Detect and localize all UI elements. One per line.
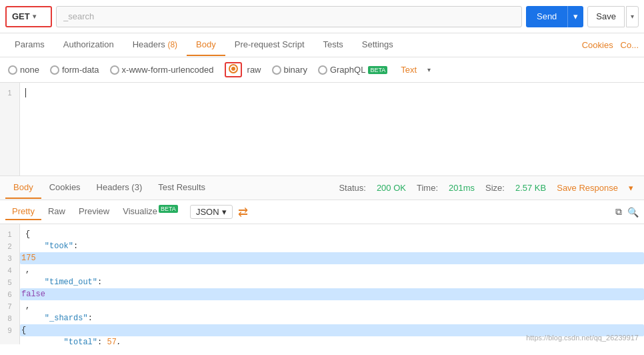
radio-form-data-icon (50, 65, 59, 75)
tab-authorization[interactable]: Authorization (54, 34, 123, 56)
resp-tab-body[interactable]: Body (5, 177, 41, 199)
format-tab-pretty[interactable]: Pretty (5, 204, 41, 220)
option-none[interactable]: none (8, 65, 39, 75)
response-body: 1 2 3 4 5 6 7 8 9 { "took": 175, "timed_… (0, 224, 644, 344)
response-tabs-left: Body Cookies Headers (3) Test Results (5, 177, 213, 199)
option-form-data[interactable]: form-data (50, 65, 99, 75)
save-chevron-icon: ▾ (626, 6, 639, 27)
time-label: Time: (417, 183, 438, 193)
text-format-chevron-icon[interactable]: ▾ (427, 66, 431, 73)
search-icon[interactable]: 🔍 (627, 207, 639, 218)
resp-tab-test-results[interactable]: Test Results (150, 177, 213, 199)
request-body-editor: 1 (0, 83, 644, 176)
json-format-select[interactable]: JSON ▾ (190, 205, 233, 219)
resp-tab-cookies[interactable]: Cookies (41, 177, 89, 199)
response-status-bar: Status: 200 OK Time: 201ms Size: 2.57 KB… (339, 183, 639, 193)
save-button[interactable]: Save (587, 6, 625, 27)
response-action-icons: ⧉ 🔍 (615, 206, 639, 218)
option-binary[interactable]: binary (272, 65, 307, 75)
option-graphql[interactable]: GraphQL BETA (318, 65, 387, 75)
cookies-link[interactable]: Cookies Co... (582, 40, 639, 50)
tab-tests[interactable]: Tests (314, 34, 353, 56)
option-form-data-label: form-data (62, 65, 99, 75)
radio-binary-icon (272, 65, 281, 75)
tab-settings[interactable]: Settings (353, 34, 403, 56)
option-raw[interactable]: raw (225, 62, 261, 77)
req-cursor-line (25, 88, 31, 97)
option-none-label: none (20, 65, 39, 75)
url-input[interactable] (56, 6, 522, 27)
text-format-label[interactable]: Text (401, 65, 417, 75)
top-bar: GET ▾ Send ▾ Save ▾ (0, 0, 644, 33)
size-value: 2.57 KB (515, 183, 546, 193)
option-graphql-label: GraphQL (330, 65, 365, 75)
radio-urlencoded-icon (110, 65, 119, 75)
raw-box-highlight (225, 62, 242, 77)
copy-icon[interactable]: ⧉ (615, 206, 622, 218)
format-tab-raw[interactable]: Raw (41, 204, 72, 220)
response-line-numbers: 1 2 3 4 5 6 7 8 9 (0, 224, 20, 344)
size-label: Size: (485, 183, 505, 193)
response-format-bar: Pretty Raw Preview VisualizeBETA JSON ▾ … (0, 200, 644, 224)
save-response-button[interactable]: Save Response (557, 183, 618, 193)
response-tabs-bar: Body Cookies Headers (3) Test Results St… (0, 176, 644, 200)
resp-line-2: "took": 175, (25, 240, 639, 276)
send-button[interactable]: Send (526, 6, 567, 27)
request-editor-area[interactable] (20, 83, 644, 103)
format-tab-visualize[interactable]: VisualizeBETA (116, 203, 185, 220)
tab-pre-request[interactable]: Pre-request Script (225, 34, 314, 56)
option-urlencoded-label: x-www-form-urlencoded (122, 65, 214, 75)
resp-line-4: "_shards": { (25, 312, 639, 336)
radio-graphql-icon (318, 65, 327, 75)
resp-line-1: { (25, 228, 639, 240)
tab-params[interactable]: Params (5, 34, 54, 56)
tab-headers[interactable]: Headers (8) (123, 34, 187, 56)
tab-body[interactable]: Body (187, 34, 225, 56)
watermark: https://blog.csdn.net/qq_26239917 (526, 334, 639, 342)
time-value: 201ms (449, 183, 475, 193)
format-tabs: Pretty Raw Preview VisualizeBETA (5, 203, 185, 220)
graphql-beta-badge: BETA (368, 66, 387, 74)
method-label: GET (12, 11, 30, 21)
option-urlencoded[interactable]: x-www-form-urlencoded (110, 65, 214, 75)
json-format-label: JSON (196, 207, 219, 217)
status-value: 200 OK (377, 183, 406, 193)
save-response-chevron-icon[interactable]: ▾ (629, 183, 633, 193)
visualize-beta-badge: BETA (159, 205, 178, 213)
resp-tab-headers[interactable]: Headers (3) (89, 177, 151, 199)
request-line-numbers: 1 (0, 83, 20, 175)
status-label: Status: (339, 183, 365, 193)
response-editor-area[interactable]: { "took": 175, "timed_out": false, "_sha… (20, 224, 644, 344)
radio-none-icon (8, 65, 17, 75)
radio-raw-icon (229, 64, 238, 73)
json-format-chevron-icon: ▾ (222, 207, 227, 217)
option-raw-label: raw (247, 65, 261, 75)
method-chevron-icon: ▾ (33, 13, 36, 20)
resp-line-3: "timed_out": false, (25, 276, 639, 312)
request-tabs: Params Authorization Headers (8) Body Pr… (0, 33, 644, 57)
format-tab-preview[interactable]: Preview (72, 204, 116, 220)
wrap-lines-icon[interactable]: ⇄ (238, 205, 248, 220)
option-binary-label: binary (284, 65, 307, 75)
method-selector[interactable]: GET ▾ (5, 6, 52, 27)
req-line-1: 1 (7, 87, 11, 99)
send-dropdown-button[interactable]: ▾ (567, 6, 583, 27)
body-options: none form-data x-www-form-urlencoded raw… (0, 57, 644, 83)
